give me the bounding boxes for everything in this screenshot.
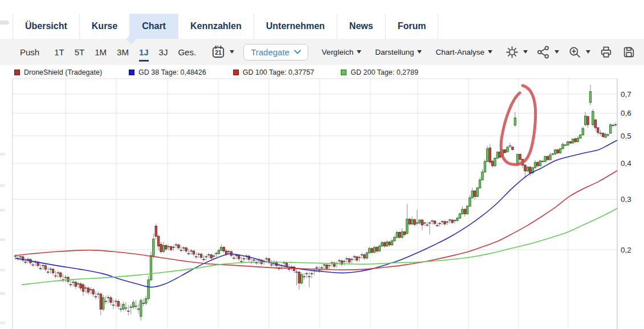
printer-icon <box>599 45 613 59</box>
range-label: 1J <box>139 47 149 62</box>
tab-kurse[interactable]: Kurse <box>80 14 130 39</box>
save-icon <box>622 45 636 59</box>
gear-icon <box>505 45 519 59</box>
range-label: 1T <box>54 47 64 60</box>
print-button[interactable] <box>599 45 613 59</box>
range-label: 3J <box>159 47 168 60</box>
range-1j[interactable]: 1J <box>139 47 149 57</box>
candlesticks <box>14 92 617 316</box>
menu-darstellung[interactable]: Darstellung <box>375 48 422 56</box>
range-1t[interactable]: 1T <box>54 47 64 57</box>
save-button[interactable] <box>622 45 636 59</box>
tab-news[interactable]: News <box>337 14 386 39</box>
plot-border <box>13 79 617 329</box>
indicator-nodes-icon <box>536 45 551 59</box>
tab-unternehmen[interactable]: Unternehmen <box>254 14 337 39</box>
calendar-button[interactable]: 21 <box>211 44 234 59</box>
y-axis-tick-label: 0,3 <box>621 195 631 204</box>
tab-kennzahlen[interactable]: Kennzahlen <box>178 14 254 39</box>
range-5t[interactable]: 5T <box>75 47 85 57</box>
chevron-down-icon <box>488 50 492 54</box>
chevron-down-icon <box>357 50 361 54</box>
calendar-day-label: 21 <box>215 50 222 56</box>
exchange-selector-label: Tradegate <box>251 47 290 57</box>
tab-bar: ÜbersichtKurseChartKennzahlenUnternehmen… <box>13 14 438 39</box>
range-label: 5T <box>75 47 85 60</box>
chart-toolbar: Push 1T5T1M3M1J3JGes. 21 Tradegate Vergl… <box>0 39 644 66</box>
chevron-down-icon <box>417 50 422 54</box>
range-label: Ges. <box>178 47 196 60</box>
range-3m[interactable]: 3M <box>117 47 129 57</box>
tab-forum[interactable]: Forum <box>386 14 439 39</box>
menu-label: Vergleich <box>322 48 354 56</box>
menu-chart-analyse[interactable]: Chart-Analyse <box>435 48 492 56</box>
chevron-down-icon <box>523 50 528 54</box>
y-axis-tick-label: 0,4 <box>621 159 631 168</box>
range-label: 3M <box>117 47 129 60</box>
indicators-button[interactable] <box>536 45 559 59</box>
ma-line-gd-100-tage <box>15 170 617 270</box>
chevron-down-icon <box>555 50 559 54</box>
zoom-in-icon <box>568 45 582 59</box>
candle-wicks <box>15 85 616 321</box>
menu-vergleich[interactable]: Vergleich <box>322 48 362 56</box>
range-1m[interactable]: 1M <box>95 47 107 57</box>
gridlines <box>13 79 617 329</box>
push-toggle[interactable]: Push <box>20 47 39 57</box>
tab-bersicht[interactable]: Übersicht <box>13 14 80 39</box>
ma-line-gd-38-tage <box>15 140 617 287</box>
menu-label: Chart-Analyse <box>435 48 484 56</box>
range-ges[interactable]: Ges. <box>178 47 196 57</box>
y-axis-tick-label: 0,7 <box>621 90 631 99</box>
settings-button[interactable] <box>505 45 528 59</box>
chevron-down-icon <box>294 50 301 54</box>
y-axis-tick-label: 0,6 <box>621 109 631 117</box>
range-3j[interactable]: 3J <box>159 47 168 57</box>
left-edge-artifacts <box>0 153 5 324</box>
y-axis-tick-label: 0,5 <box>621 132 631 140</box>
y-axis-tick-label: 0,2 <box>621 246 631 254</box>
zoom-button[interactable] <box>568 45 590 59</box>
toolbar-icon-buttons <box>505 45 636 59</box>
tab-chart[interactable]: Chart <box>130 14 178 39</box>
page: { "nav": { "tabs": [ {"label": "Übersich… <box>0 0 644 329</box>
calendar-icon: 21 <box>211 44 226 59</box>
chart-area: 0,70,60,50,40,30,2 <box>0 74 644 329</box>
chevron-down-icon <box>586 50 590 54</box>
exchange-selector-button[interactable]: Tradegate <box>243 44 308 60</box>
left-edge-artifact <box>0 21 9 25</box>
chevron-down-icon <box>230 50 234 54</box>
toolbar-menus: VergleichDarstellungChart-Analyse <box>322 48 492 56</box>
y-axis-labels: 0,70,60,50,40,30,2 <box>621 90 631 254</box>
price-chart[interactable]: 0,70,60,50,40,30,2 <box>0 74 644 329</box>
menu-label: Darstellung <box>375 48 414 56</box>
range-label: 1M <box>95 47 107 60</box>
range-selector: 1T5T1M3M1J3JGes. <box>44 47 196 57</box>
